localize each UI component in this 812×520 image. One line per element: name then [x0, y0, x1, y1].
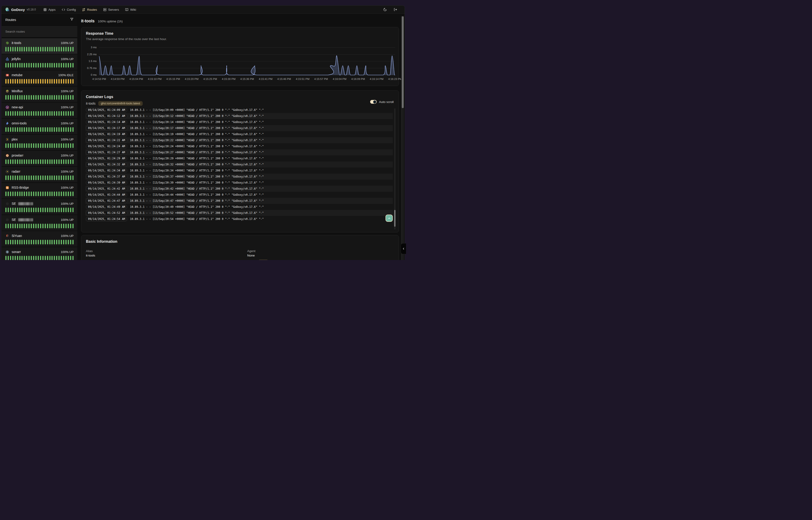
search-input[interactable]: Search routes — [2, 26, 77, 37]
log-message: 10.89.3.1 - - [13/Sep/20:32 +0000] "HEAD… — [130, 163, 264, 166]
log-timestamp-badge: 09/14/2025, 01:24:54 AM — [86, 217, 127, 221]
log-timestamp-badge: 09/14/2025, 01:24:32 AM — [86, 162, 127, 167]
x-axis-tick: 4:15:57 PM — [314, 78, 328, 80]
route-item-prowlarr[interactable]: prowlarr100% UP — [2, 151, 77, 166]
log-row: 09/14/2025, 01:24:52 AM10.89.3.1 - - [13… — [85, 210, 393, 216]
response-time-plot — [99, 48, 395, 75]
log-row: 09/14/2025, 01:24:42 AM10.89.3.1 - - [13… — [85, 186, 393, 192]
uptime-text: 100% uptime (1h) — [98, 20, 123, 23]
miniflux-icon — [5, 89, 9, 93]
log-message: 10.89.3.1 - - [13/Sep/20:52 +0000] "HEAD… — [130, 211, 264, 214]
route-status: 100% UP — [61, 202, 74, 206]
sonarr-icon — [5, 250, 9, 254]
route-status: 100% UP — [61, 106, 74, 109]
page-header: it-tools 100% uptime (1h) — [81, 19, 123, 24]
autoscroll-toggle[interactable] — [370, 100, 377, 104]
route-item-se[interactable]: SE100% UP — [2, 199, 77, 214]
log-timestamp-badge: 09/14/2025, 01:24:14 AM — [86, 120, 127, 124]
log-timestamp-badge: 09/14/2025, 01:24:12 AM — [86, 114, 127, 119]
uptime-bars — [5, 47, 74, 51]
route-item-new-api[interactable]: new-api100% UP — [2, 103, 77, 118]
log-timestamp-badge: 09/14/2025, 01:24:34 AM — [86, 168, 127, 173]
route-item-se[interactable]: SE100% UP — [2, 215, 77, 231]
nav-item-servers[interactable]: Servers — [103, 8, 119, 11]
log-timestamp-badge: 09/14/2025, 01:24:42 AM — [86, 187, 127, 191]
nav-item-apps[interactable]: Apps — [43, 8, 56, 11]
x-axis-tick: 4:15:15 PM — [166, 78, 180, 80]
route-item-rss-bridge[interactable]: RSS-Bridge100% UP — [2, 183, 77, 199]
route-item-siyuan[interactable]: SiYuan100% UP — [2, 231, 77, 247]
nav-item-wiki[interactable]: Wiki — [125, 8, 136, 11]
route-item-omni-tools[interactable]: omni-tools100% UP — [2, 119, 77, 134]
route-status: 100% UP — [61, 57, 74, 61]
route-name: plex — [12, 137, 18, 141]
log-row: 09/14/2025, 01:24:12 AM10.89.3.1 - - [13… — [85, 113, 393, 119]
log-row: 09/14/2025, 01:24:37 AM10.89.3.1 - - [13… — [85, 174, 393, 180]
uptime-bars — [5, 143, 74, 148]
log-timestamp-badge: 09/14/2025, 01:24:47 AM — [86, 199, 127, 203]
y-axis-tick: 3 ms — [81, 46, 96, 49]
route-name: it-tools — [12, 41, 21, 45]
uptime-bars — [5, 176, 74, 180]
x-axis-tick: 4:15:25 PM — [203, 78, 217, 80]
uptime-bars — [5, 111, 74, 116]
log-message: 10.89.3.1 - - [13/Sep/20:27 +0000] "HEAD… — [130, 151, 264, 154]
x-axis-tick: 4:15:51 PM — [296, 78, 309, 80]
new-api-icon — [5, 105, 9, 109]
routes-sidebar: Routes Search routes it-tools100% UPjell… — [2, 14, 77, 260]
route-status: 100% UP — [61, 41, 74, 45]
route-status: 100% UP — [61, 154, 74, 157]
container-logs-card: Container Logs it-tools ghcr.io/corentin… — [81, 90, 399, 233]
log-scrollbar[interactable] — [394, 108, 395, 230]
drawer-toggle-chevron-left-icon[interactable] — [401, 243, 406, 254]
brand[interactable]: GoDoxy v0.18.0 — [5, 7, 36, 12]
log-message: 10.89.3.1 - - [13/Sep/20:42 +0000] "HEAD… — [130, 187, 264, 190]
rss-bridge-icon — [5, 186, 9, 189]
page-scrollbar[interactable] — [401, 16, 404, 260]
response-time-chart: 3 ms2.25 ms1.5 ms0.75 ms0 ms4:14:53 PM4:… — [81, 27, 399, 86]
route-item-sonarr[interactable]: sonarr100% UP — [2, 247, 77, 260]
censored-name-blur — [18, 202, 33, 205]
apps-grid-icon — [43, 8, 47, 11]
log-row: 09/14/2025, 01:24:47 AM10.89.3.1 - - [13… — [85, 198, 393, 204]
nav-items: AppsConfigRoutesServersWiki — [43, 8, 136, 11]
route-status: 100% UP — [61, 170, 74, 173]
route-name: prowlarr — [12, 154, 24, 157]
sidebar-title: Routes — [5, 18, 16, 22]
route-item-it-tools[interactable]: it-tools100% UP — [2, 38, 77, 54]
route-icon — [82, 8, 85, 11]
log-row: 09/14/2025, 01:24:54 AM10.89.3.1 - - [13… — [85, 216, 393, 222]
log-timestamp-badge: 09/14/2025, 01:24:39 AM — [86, 181, 127, 185]
logout-icon[interactable] — [393, 8, 397, 11]
response-time-card: Response Time The average response time … — [81, 27, 399, 86]
servers-icon — [103, 8, 107, 11]
x-axis-tick: 4:14:59 PM — [111, 78, 124, 80]
y-axis-tick: 1.5 ms — [81, 60, 96, 62]
page-scrollbar-thumb[interactable] — [402, 16, 404, 108]
log-timestamp-badge: 09/14/2025, 01:24:27 AM — [86, 150, 127, 155]
log-scrollbar-thumb[interactable] — [394, 210, 395, 227]
log-message: 10.89.3.1 - - [13/Sep/20:17 +0000] "HEAD… — [130, 127, 264, 130]
siyuan-icon — [5, 234, 9, 238]
route-item-jellyfin[interactable]: jellyfin100% UP — [2, 54, 77, 70]
route-item-miniflux[interactable]: Miniflux100% UP — [2, 86, 77, 102]
route-item-plex[interactable]: plex100% UP — [2, 135, 77, 150]
navbar: GoDoxy v0.18.0 AppsConfigRoutesServersWi… — [1, 6, 404, 14]
log-message: 10.89.3.1 - - [13/Sep/20:29 +0000] "HEAD… — [130, 157, 264, 160]
jellyfin-icon — [5, 57, 9, 61]
route-name: SiYuan — [12, 234, 22, 238]
route-item-radarr[interactable]: radarr100% UP — [2, 167, 77, 182]
prowlarr-icon — [5, 154, 9, 157]
autoscroll-control: Auto scroll — [370, 100, 394, 104]
x-axis-tick: 4:16:04 PM — [333, 78, 346, 80]
log-message: 10.89.3.1 - - [13/Sep/20:34 +0000] "HEAD… — [130, 169, 264, 172]
filter-icon[interactable] — [70, 18, 74, 22]
brand-version: v0.18.0 — [27, 8, 36, 11]
nav-item-label: Routes — [87, 8, 97, 11]
it-tools-icon — [5, 41, 9, 45]
scroll-to-top-button[interactable] — [386, 214, 393, 222]
route-item-metube[interactable]: metube100% IDLE — [2, 70, 77, 86]
dark-mode-toggle-moon-icon[interactable] — [383, 8, 387, 11]
nav-item-routes[interactable]: Routes — [82, 8, 97, 11]
nav-item-config[interactable]: Config — [62, 8, 76, 11]
